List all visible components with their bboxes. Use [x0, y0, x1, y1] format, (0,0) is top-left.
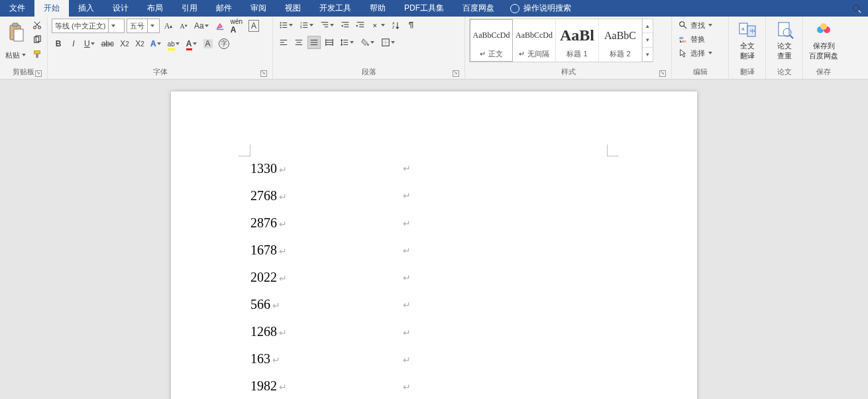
italic-button[interactable]: I: [67, 37, 80, 50]
page[interactable]: 1330 2768 2876 1678 2022 566 1268 163 19…: [171, 91, 697, 399]
multilevel-list-button[interactable]: [318, 19, 337, 32]
full-translate-button[interactable]: a中 全文翻译: [733, 19, 761, 62]
character-shading-button[interactable]: A: [201, 37, 215, 50]
format-painter-button[interactable]: [30, 48, 44, 61]
highlight-button[interactable]: ab: [166, 37, 182, 50]
font-color-button[interactable]: A: [184, 37, 199, 50]
text-effects-button[interactable]: A: [148, 37, 164, 50]
clear-formatting-button[interactable]: [213, 19, 227, 32]
text-line[interactable]: 566: [250, 291, 403, 318]
paragraph-dialog-launcher[interactable]: [453, 70, 459, 77]
tab-view[interactable]: 视图: [276, 0, 310, 17]
cut-button[interactable]: [30, 19, 44, 32]
tab-help[interactable]: 帮助: [360, 0, 395, 17]
subscript-button[interactable]: X2: [118, 37, 131, 50]
shading-button[interactable]: [358, 36, 377, 49]
style-nospacing[interactable]: AaBbCcDd↵ 无间隔: [513, 19, 556, 62]
empty-para[interactable]: ↵: [403, 264, 555, 292]
borders-button[interactable]: [379, 36, 398, 49]
text-line[interactable]: 1268: [250, 318, 403, 345]
empty-para[interactable]: ↵: [403, 182, 555, 209]
strikethrough-button[interactable]: abc: [99, 37, 116, 50]
tab-layout[interactable]: 布局: [138, 0, 172, 17]
text-line[interactable]: 1330: [250, 155, 403, 182]
find-button[interactable]: 查找: [676, 19, 716, 32]
style-normal[interactable]: AaBbCcDd↵ 正文: [470, 19, 513, 62]
empty-para[interactable]: ↵: [403, 155, 555, 182]
align-center-button[interactable]: [292, 36, 305, 49]
copy-button[interactable]: [30, 33, 44, 46]
select-button[interactable]: 选择: [676, 46, 716, 60]
empty-para[interactable]: ↵: [403, 319, 555, 347]
text-line[interactable]: 1678: [250, 237, 403, 264]
tab-home[interactable]: 开始: [34, 0, 69, 17]
style-heading1[interactable]: AaBl标题 1: [556, 19, 599, 62]
bold-button[interactable]: B: [52, 37, 65, 50]
text-line[interactable]: 2876: [250, 209, 403, 237]
text-line[interactable]: 2768: [250, 182, 403, 209]
search-icon[interactable]: [845, 0, 868, 17]
align-justify-button[interactable]: [307, 36, 321, 49]
styles-gallery-scroll[interactable]: ▴▾▾: [642, 19, 653, 62]
sort-button[interactable]: AZ: [390, 19, 403, 32]
text-line[interactable]: 2022: [250, 264, 403, 291]
align-left-button[interactable]: [277, 36, 290, 49]
group-styles: AaBbCcDd↵ 正文 AaBbCcDd↵ 无间隔 AaBl标题 1 AaBb…: [465, 17, 672, 79]
line-spacing-button[interactable]: [338, 36, 356, 49]
font-dialog-launcher[interactable]: [260, 70, 267, 77]
style-heading2[interactable]: AaBbC标题 2: [599, 19, 642, 62]
numbering-button[interactable]: 123: [298, 19, 316, 32]
show-marks-button[interactable]: [405, 19, 418, 32]
character-border-button[interactable]: A: [246, 19, 261, 32]
tab-insert[interactable]: 插入: [69, 0, 103, 17]
tell-me-search[interactable]: 操作说明搜索: [504, 0, 578, 17]
empty-para[interactable]: ↵: [403, 374, 555, 399]
tab-mailings[interactable]: 邮件: [207, 0, 241, 17]
tab-pdf[interactable]: PDF工具集: [395, 0, 453, 17]
increase-indent-button[interactable]: [354, 19, 367, 32]
grow-font-button[interactable]: A▴: [162, 19, 175, 32]
change-case-button[interactable]: Aa: [192, 19, 211, 32]
styles-dialog-launcher[interactable]: [659, 70, 666, 77]
translate-group-label: 翻译: [740, 68, 755, 76]
empty-para[interactable]: ↵: [403, 292, 555, 319]
empty-para[interactable]: ↵: [403, 347, 555, 374]
svg-marker-36: [356, 25, 358, 27]
tab-file[interactable]: 文件: [0, 0, 34, 17]
decrease-indent-button[interactable]: [339, 19, 352, 32]
save-baidu-button[interactable]: 保存到百度网盘: [807, 19, 840, 62]
paste-button[interactable]: [4, 19, 28, 46]
phonetic-guide-button[interactable]: wénA: [229, 19, 244, 32]
svg-text:a: a: [741, 26, 745, 32]
svg-point-0: [853, 5, 859, 11]
empty-para[interactable]: ↵: [403, 237, 555, 264]
tab-design[interactable]: 设计: [103, 0, 138, 17]
text-line[interactable]: 1982: [250, 372, 403, 399]
superscript-button[interactable]: X2: [133, 37, 146, 50]
tab-baidu[interactable]: 百度网盘: [453, 0, 504, 17]
clipboard-group-label: 剪贴板: [13, 68, 34, 76]
document-area[interactable]: 1330 2768 2876 1678 2022 566 1268 163 19…: [0, 80, 868, 399]
shrink-font-button[interactable]: A▾: [177, 19, 190, 32]
replace-button[interactable]: abac替换: [676, 32, 708, 46]
clipboard-dialog-launcher[interactable]: [35, 70, 42, 77]
tab-review[interactable]: 审阅: [241, 0, 276, 17]
svg-text:ac: ac: [682, 38, 686, 43]
paper-check-button[interactable]: 论文查重: [770, 19, 798, 62]
paste-label[interactable]: 粘贴: [5, 48, 27, 62]
align-distributed-button[interactable]: [323, 36, 336, 49]
text-line[interactable]: 163: [250, 345, 403, 372]
tab-references[interactable]: 引用: [172, 0, 207, 17]
svg-rect-11: [34, 51, 40, 54]
tab-developer[interactable]: 开发工具: [310, 0, 360, 17]
bullets-button[interactable]: [277, 19, 296, 32]
group-clipboard: 粘贴 剪贴板: [0, 17, 48, 79]
group-font: 等线 (中文正文) 五号 A▴ A▾ Aa wénA A B I U abc X…: [48, 17, 273, 79]
underline-button[interactable]: U: [82, 37, 97, 50]
asian-layout-button[interactable]: ✕: [369, 19, 388, 32]
font-name-combo[interactable]: 等线 (中文正文): [52, 19, 125, 33]
enclose-characters-button[interactable]: 字: [217, 37, 231, 50]
font-size-combo[interactable]: 五号: [127, 19, 160, 33]
svg-point-15: [280, 25, 282, 26]
empty-para[interactable]: ↵: [403, 210, 555, 237]
